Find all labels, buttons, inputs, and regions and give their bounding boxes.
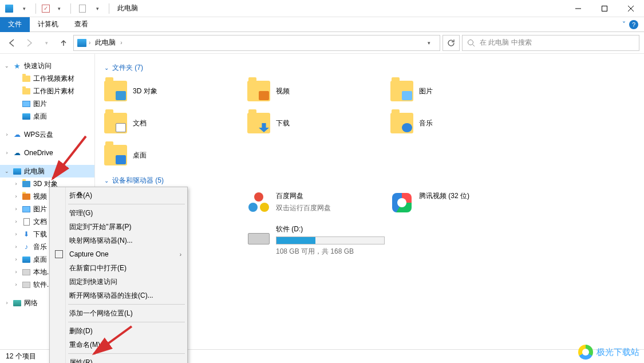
maximize-button[interactable] [591,0,618,17]
app-icon [3,3,15,14]
ctx-new-window[interactable]: 在新窗口中打开(E) [51,261,186,275]
ctx-capture-one[interactable]: Capture One› [51,247,186,261]
folder-documents[interactable]: 文档 [104,111,247,136]
chevron-right-icon[interactable]: › [3,150,10,156]
address-bar[interactable]: › 此电脑 › ▾ [73,35,440,51]
qat-dropdown-icon[interactable]: ▾ [53,3,65,14]
qat-dropdown-icon[interactable]: ▾ [92,3,103,14]
group-folders[interactable]: ⌄文件夹 (7) [104,63,635,73]
tree-wps[interactable]: ›☁WPS云盘 [0,128,94,141]
folder-pictures[interactable]: 图片 [390,78,534,104]
cloud-icon: ☁ [13,130,22,139]
breadcrumb[interactable]: 此电脑 [93,38,118,48]
folder-icon [247,81,270,101]
chevron-right-icon[interactable]: › [3,132,10,137]
up-button[interactable] [56,35,71,50]
star-icon: ★ [13,61,22,70]
folder-icon [247,113,270,133]
back-button[interactable] [5,35,19,50]
desktop-icon [22,255,31,264]
doc-icon [77,3,88,14]
tencent-icon [390,191,413,214]
svg-line-5 [473,44,475,46]
music-icon: ♪ [22,242,31,251]
chevron-right-icon[interactable]: › [13,206,19,212]
chevron-down-icon[interactable]: ⌄ [3,63,10,69]
tab-view[interactable]: 查看 [66,17,96,32]
chevron-right-icon[interactable]: › [13,269,19,275]
ctx-rename[interactable]: 重命名(M) [51,338,186,352]
tab-file[interactable]: 文件 [0,17,30,32]
window-title: 此电脑 [117,3,138,13]
ctx-pin-quick[interactable]: 固定到快速访问 [51,275,186,289]
folder-icon [104,113,127,133]
minimize-button[interactable] [565,0,591,17]
doc-icon [22,217,31,226]
group-drives[interactable]: ⌄设备和驱动器 (5) [104,176,635,186]
divider [70,3,71,14]
folder-icon [390,81,413,101]
ctx-properties[interactable]: 属性(R) [51,356,186,363]
cloud-icon: ☁ [13,148,22,157]
chevron-right-icon[interactable]: › [13,244,19,250]
pc-icon [13,167,22,176]
chevron-right-icon[interactable]: › [120,40,122,46]
search-icon [467,39,475,47]
search-input[interactable]: 在 此电脑 中搜索 [462,35,639,51]
folder-music[interactable]: 音乐 [390,111,534,136]
logo-icon [578,345,593,360]
tree-this-pc[interactable]: ⌄此电脑 [0,165,94,177]
qat-dropdown-icon[interactable]: ▾ [18,3,30,14]
tree-onedrive[interactable]: ›☁OneDrive [0,147,94,159]
ctx-collapse[interactable]: 折叠(A) [51,188,186,202]
folder-desktop[interactable]: 桌面 [104,143,247,168]
tab-computer[interactable]: 计算机 [30,17,66,32]
pc-icon [77,39,86,47]
addr-dropdown-icon[interactable]: ▾ [421,35,436,50]
folder-videos[interactable]: 视频 [247,78,390,104]
refresh-button[interactable] [442,35,460,51]
drive-tencent[interactable]: 腾讯视频 (32 位) [390,191,534,214]
divider [35,3,36,14]
tree-item[interactable]: 工作图片素材 [0,85,94,97]
picture-icon [22,204,31,214]
ctx-disconnect[interactable]: 断开网络驱动器的连接(C)... [51,289,186,302]
drive-icon [22,280,31,289]
ctx-pin-start[interactable]: 固定到"开始"屏幕(P) [51,220,186,234]
svg-point-4 [468,40,473,45]
chevron-right-icon[interactable]: › [13,231,19,237]
drive-baidu[interactable]: 百度网盘双击运行百度网盘 [247,191,390,214]
help-icon[interactable]: ? [629,20,638,29]
ctx-map-drive[interactable]: 映射网络驱动器(N)... [51,234,186,247]
network-icon [13,298,22,307]
ctx-add-net[interactable]: 添加一个网络位置(L) [51,306,186,320]
tree-item[interactable]: 工作视频素材 [0,72,94,85]
chevron-down-icon[interactable]: ⌄ [104,65,109,71]
ctx-manage[interactable]: 管理(G) [51,206,186,220]
checkbox-icon[interactable]: ✓ [42,5,50,13]
download-icon: ⬇ [22,230,31,239]
chevron-down-icon[interactable]: ⌄ [104,177,109,184]
watermark: 极光下载站 [578,345,639,360]
ctx-delete[interactable]: 删除(D) [51,324,186,338]
tree-item[interactable]: 桌面 [0,110,94,123]
tree-item[interactable]: 图片 [0,97,94,110]
chevron-down-icon[interactable]: ⌄ [3,168,10,174]
divider [109,3,109,14]
chevron-right-icon[interactable]: › [13,257,19,262]
chevron-right-icon[interactable]: › [13,282,19,287]
drive-d[interactable]: 软件 (D:)108 GB 可用，共 168 GB [247,224,390,257]
forward-button[interactable] [22,35,37,50]
recent-dropdown-icon[interactable]: ▾ [39,35,54,50]
folder-3d[interactable]: 3D 对象 [104,78,247,104]
chevron-right-icon[interactable]: › [13,219,19,224]
ribbon-expand-icon[interactable]: ˅ [622,21,626,29]
baidu-icon [247,191,270,214]
chevron-right-icon[interactable]: › [89,40,90,46]
folder-downloads[interactable]: 下载 [247,111,390,136]
chevron-right-icon[interactable]: › [13,181,19,187]
close-button[interactable] [618,0,644,17]
chevron-right-icon[interactable]: › [13,194,19,199]
chevron-right-icon[interactable]: › [3,300,10,306]
tree-quick-access[interactable]: ⌄★快速访问 [0,60,94,72]
